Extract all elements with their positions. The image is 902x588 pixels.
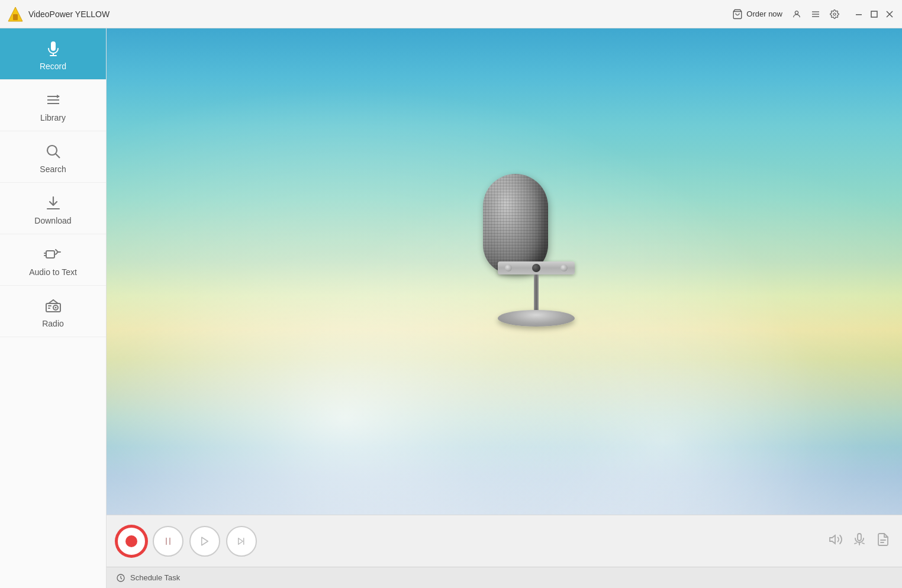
maximize-icon: [870, 10, 878, 18]
radio-icon: [44, 296, 63, 315]
clock-icon: [116, 573, 125, 583]
mic-screw-left: [505, 264, 512, 272]
close-button[interactable]: [884, 9, 895, 20]
sidebar-item-audio-to-text[interactable]: Audio to Text: [0, 234, 106, 286]
svg-marker-32: [830, 535, 835, 544]
svg-rect-8: [856, 14, 862, 15]
bottom-controls: [107, 515, 902, 567]
record-button[interactable]: [116, 526, 147, 557]
order-now-button[interactable]: Order now: [732, 9, 782, 20]
svg-point-7: [833, 13, 836, 15]
sidebar-search-label: Search: [40, 164, 66, 174]
mic-settings-button[interactable]: [852, 532, 866, 550]
minimize-button[interactable]: [853, 9, 864, 20]
play-button[interactable]: [189, 526, 220, 557]
file-icon: [876, 532, 890, 547]
mic-capsule: [483, 174, 548, 274]
sidebar-item-search[interactable]: Search: [0, 131, 106, 183]
gear-icon: [830, 9, 839, 19]
cart-icon: [732, 9, 743, 20]
sidebar-audio-to-text-label: Audio to Text: [29, 267, 77, 277]
svg-marker-30: [239, 538, 243, 544]
mic-stem: [534, 274, 539, 313]
svg-point-19: [47, 146, 57, 155]
title-bar-right: Order now: [732, 9, 895, 20]
sidebar-record-label: Record: [40, 62, 66, 71]
svg-rect-33: [858, 534, 861, 541]
right-controls: [829, 532, 890, 550]
sidebar-download-label: Download: [34, 216, 71, 225]
svg-marker-18: [57, 95, 60, 98]
microphone-illustration: [483, 174, 589, 351]
svg-rect-24: [48, 305, 51, 306]
settings-button[interactable]: [830, 9, 839, 19]
main-layout: Record Library Search D: [0, 28, 902, 588]
svg-marker-29: [202, 537, 208, 545]
svg-rect-21: [46, 251, 54, 258]
app-title: VideoPower YELLOW: [28, 9, 109, 19]
mic-grille: [483, 174, 548, 274]
main-view: [107, 28, 902, 515]
svg-rect-12: [51, 41, 56, 51]
content-area: Schedule Task: [107, 28, 902, 588]
sky-background: [107, 28, 902, 515]
file-button[interactable]: [876, 532, 890, 550]
account-icon: [792, 9, 801, 19]
mic-screw-right: [560, 264, 568, 272]
sidebar-item-record[interactable]: Record: [0, 28, 106, 80]
svg-point-3: [795, 11, 798, 14]
window-controls: [853, 9, 895, 20]
app-logo-icon: [7, 6, 24, 22]
mic-settings-icon: [852, 532, 866, 547]
maximize-button[interactable]: [869, 9, 880, 20]
pause-button[interactable]: [153, 526, 183, 557]
svg-point-26: [54, 307, 56, 309]
sidebar-item-radio[interactable]: Radio: [0, 286, 106, 337]
sidebar: Record Library Search D: [0, 28, 107, 588]
svg-line-20: [56, 154, 60, 158]
audio-to-text-icon: [44, 245, 63, 264]
sidebar-item-library[interactable]: Library: [0, 80, 106, 131]
library-icon: [44, 91, 63, 109]
schedule-label: Schedule Task: [130, 573, 180, 582]
account-button[interactable]: [792, 9, 801, 19]
order-now-label: Order now: [746, 9, 782, 18]
svg-rect-9: [871, 11, 877, 17]
microphone-icon: [44, 39, 63, 58]
mic-center-dot: [532, 264, 540, 272]
list-button[interactable]: [811, 9, 820, 19]
sidebar-radio-label: Radio: [42, 319, 64, 328]
mic-band: [498, 261, 575, 274]
sidebar-item-download[interactable]: Download: [0, 183, 106, 234]
play-icon: [199, 536, 210, 547]
download-icon: [44, 193, 63, 212]
list-icon: [811, 9, 820, 19]
minimize-icon: [855, 10, 863, 18]
sidebar-library-label: Library: [40, 113, 66, 122]
close-icon: [885, 10, 894, 18]
volume-icon: [829, 532, 843, 547]
title-bar-left: VideoPower YELLOW: [7, 6, 109, 22]
record-dot: [125, 535, 137, 547]
schedule-bar[interactable]: Schedule Task: [107, 567, 902, 588]
mic-base: [498, 310, 575, 327]
svg-rect-25: [48, 308, 50, 309]
pause-icon: [163, 536, 173, 547]
title-bar: VideoPower YELLOW Order now: [0, 0, 902, 28]
next-icon: [236, 536, 247, 547]
search-icon: [44, 142, 63, 161]
volume-button[interactable]: [829, 532, 843, 550]
next-button[interactable]: [226, 526, 257, 557]
svg-rect-1: [13, 14, 18, 20]
